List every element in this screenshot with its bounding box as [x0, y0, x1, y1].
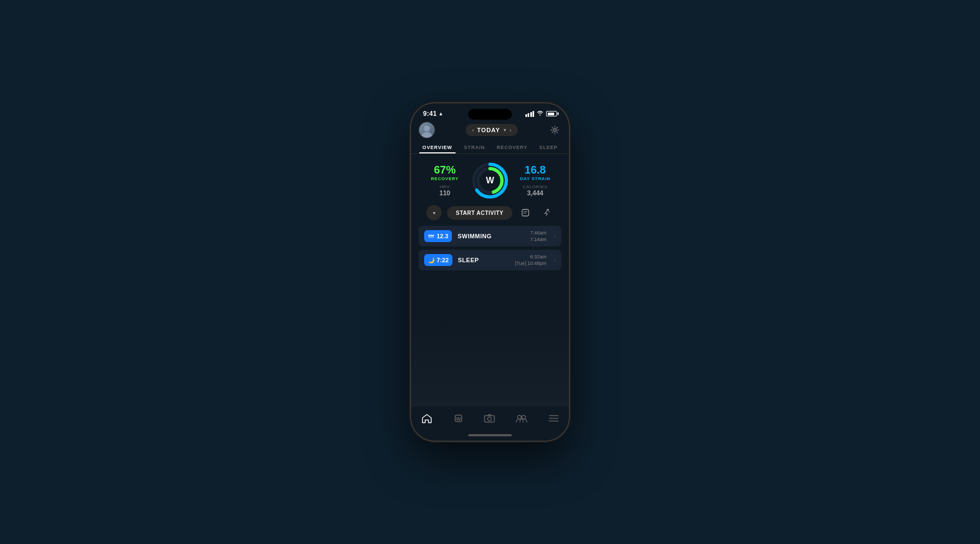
battery-icon — [546, 111, 557, 116]
recovery-metric: 67% RECOVERY HRV 110 — [419, 164, 471, 197]
run-icon-button[interactable] — [538, 205, 554, 220]
svg-rect-8 — [522, 209, 529, 216]
action-bar: ▾ START ACTIVITY — [411, 205, 569, 226]
phone-screen: 9:41 ▲ — [411, 103, 569, 441]
empty-content-area — [411, 316, 569, 405]
phone-body: 9:41 ▲ — [411, 103, 569, 441]
swimming-time-end: 7:14am — [530, 237, 547, 242]
sleep-time-start: 6:32am — [515, 254, 547, 259]
sleep-time: 6:32am [Tue] 10:48pm — [515, 254, 547, 266]
svg-point-2 — [553, 129, 556, 132]
sleep-time-end: [Tue] 10:48pm — [515, 261, 547, 266]
hrv-label: HRV — [419, 184, 471, 189]
recovery-label: RECOVERY — [419, 176, 471, 181]
swimming-badge: 12.3 — [424, 230, 452, 242]
tab-sleep[interactable]: SLEEP — [536, 143, 561, 153]
activity-item-sleep[interactable]: 🌙 7:22 SLEEP 6:32am [Tue] 10:48pm › — [419, 250, 561, 270]
swimming-time: 7:46am 7:14am — [530, 230, 547, 242]
tabs-bar: OVERVIEW STRAIN RECOVERY SLEEP — [411, 141, 569, 154]
svg-point-1 — [422, 132, 432, 138]
swimming-badge-value: 12.3 — [437, 233, 448, 239]
avatar-image — [419, 122, 434, 138]
svg-point-0 — [424, 126, 430, 132]
activity-list: 12.3 SWIMMING 7:46am 7:14am › 🌙 7:22 S — [411, 226, 569, 316]
swimming-name: SWIMMING — [457, 233, 524, 239]
ring-center-letter: W — [486, 176, 494, 186]
dynamic-island — [468, 109, 512, 120]
sleep-badge: 🌙 7:22 — [424, 254, 452, 266]
strain-value: 16.8 — [509, 164, 561, 175]
strain-label: DAY STRAIN — [509, 176, 561, 181]
battery-fill — [548, 113, 554, 115]
hrv-value: 110 — [419, 189, 471, 197]
swimming-arrow: › — [554, 233, 556, 239]
date-nav[interactable]: ‹ TODAY ▾ › — [465, 124, 518, 136]
activity-item-swimming[interactable]: 12.3 SWIMMING 7:46am 7:14am › — [419, 226, 561, 246]
bottom-nav: W — [411, 405, 569, 430]
swimming-icon — [428, 233, 434, 239]
prev-day-arrow[interactable]: ‹ — [472, 127, 474, 133]
location-icon: ▲ — [438, 111, 443, 116]
start-activity-button[interactable]: START ACTIVITY — [447, 206, 512, 220]
avatar[interactable] — [419, 122, 435, 138]
status-icons — [525, 110, 558, 117]
coach-icon-button[interactable] — [518, 205, 533, 220]
home-indicator — [411, 430, 569, 441]
nav-whoop[interactable]: W — [447, 411, 470, 425]
tab-overview[interactable]: OVERVIEW — [419, 143, 456, 153]
tab-strain[interactable]: STRAIN — [461, 143, 488, 153]
strain-metric: 16.8 DAY STRAIN CALORIES 3,444 — [509, 164, 561, 197]
date-label: TODAY — [477, 127, 500, 133]
calories-label: CALORIES — [509, 184, 561, 189]
nav-menu[interactable] — [542, 412, 565, 424]
signal-bars — [525, 111, 535, 117]
sleep-arrow: › — [554, 257, 556, 263]
phone-wrapper: 9:41 ▲ — [411, 103, 569, 441]
sleep-name: SLEEP — [458, 257, 510, 263]
ring-chart: W — [471, 162, 509, 200]
sleep-badge-value: 7:22 — [437, 257, 449, 263]
nav-home[interactable] — [415, 411, 439, 425]
wifi-icon — [537, 110, 543, 117]
swimming-time-start: 7:46am — [530, 230, 547, 236]
next-day-arrow[interactable]: › — [510, 127, 511, 133]
metrics-section: 67% RECOVERY HRV 110 — [411, 154, 569, 205]
svg-point-14 — [487, 417, 491, 421]
svg-point-10 — [548, 209, 548, 210]
collapse-button[interactable]: ▾ — [426, 205, 442, 220]
recovery-value: 67% — [419, 164, 471, 175]
calories-value: 3,444 — [509, 189, 561, 197]
sleep-icon: 🌙 — [428, 257, 434, 263]
status-time: 9:41 — [423, 110, 437, 118]
chevron-down-icon: ▾ — [433, 210, 436, 216]
nav-community[interactable] — [509, 412, 534, 425]
top-nav: ‹ TODAY ▾ › — [411, 120, 569, 141]
date-chevron: ▾ — [504, 127, 506, 133]
tab-recovery[interactable]: RECOVERY — [493, 143, 531, 153]
nav-camera[interactable] — [477, 411, 501, 425]
svg-text:W: W — [456, 416, 461, 422]
home-bar — [468, 434, 512, 436]
settings-button[interactable] — [548, 123, 561, 137]
